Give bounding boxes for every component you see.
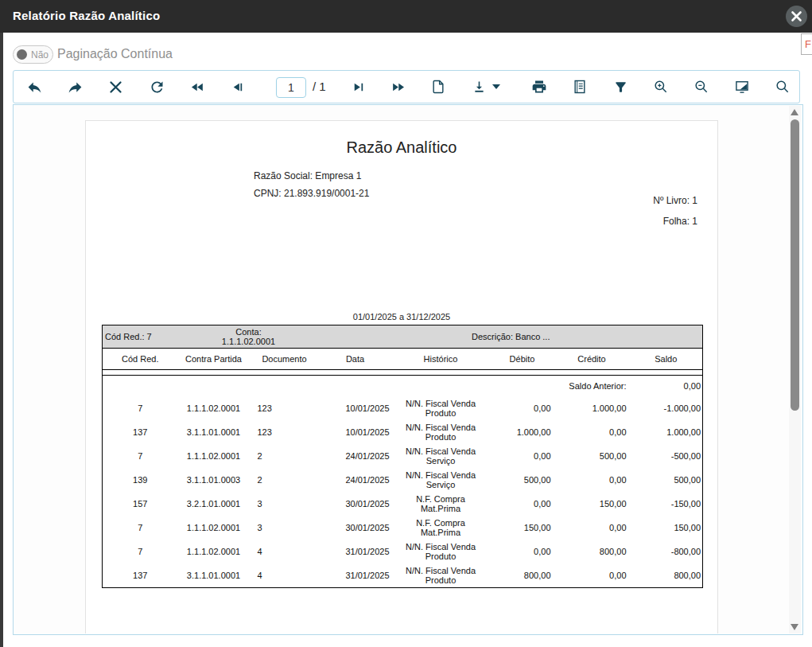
table-cell: 1.1.1.02.0001 (178, 540, 250, 563)
continuous-pagination-toggle[interactable]: Não (13, 45, 53, 64)
table-cell: 1.000,00 (554, 396, 630, 420)
column-header: Cód Red. (103, 349, 178, 370)
table-row: 1373.1.1.01.0001431/01/2025N/N. Fiscal V… (103, 563, 703, 588)
group-descricao: Descrição: Banco ... (320, 325, 703, 349)
table-cell: 3.2.1.01.0001 (178, 492, 250, 516)
zoom-in-button[interactable] (650, 76, 672, 98)
column-header: Data (320, 349, 391, 370)
undo-icon (26, 79, 43, 95)
page-total-label: / 1 (313, 80, 326, 93)
fit-screen-button[interactable] (731, 76, 753, 98)
table-row: 71.1.1.02.0001330/01/2025N.F. Compra Mat… (103, 516, 703, 540)
table-cell: 123 (250, 396, 320, 420)
table-cell: 137 (103, 420, 178, 444)
table-cell: N/N. Fiscal Venda Serviço (391, 468, 491, 492)
table-cell: N.F. Compra Mat.Prima (391, 492, 491, 516)
caret-down-icon (492, 84, 500, 89)
table-cell: 7 (103, 516, 178, 540)
viewer-toolbar: / 1 (13, 70, 800, 103)
table-cell: -800,00 (630, 540, 703, 563)
cancel-icon (109, 80, 122, 94)
refresh-button[interactable] (146, 76, 168, 98)
fast-forward-button[interactable] (387, 76, 409, 98)
zoom-out-icon (694, 79, 709, 95)
table-cell: 500,00 (630, 468, 703, 492)
page-number-input[interactable] (276, 77, 306, 98)
saldo-anterior-value: 0,00 (630, 376, 703, 396)
previous-page-button[interactable] (226, 76, 248, 98)
fit-screen-icon (734, 79, 750, 95)
table-cell: 3.1.1.01.0003 (178, 468, 250, 492)
pagination-label: Paginação Contínua (57, 47, 173, 61)
table-cell: 30/01/2025 (320, 492, 391, 516)
table-cell: N/N. Fiscal Venda Produto (391, 396, 491, 420)
download-menu-button[interactable] (489, 76, 503, 98)
table-cell: 4 (250, 563, 320, 588)
table-row: 71.1.1.02.0001224/01/2025N/N. Fiscal Ven… (103, 444, 703, 468)
table-cell: 800,00 (554, 540, 630, 563)
saldo-anterior-label: Saldo Anterior: (103, 376, 630, 396)
toggle-knob-icon (17, 49, 27, 60)
table-cell: 1.1.1.02.0001 (178, 444, 250, 468)
filter-button[interactable] (609, 76, 631, 98)
column-header: Crédito (554, 349, 630, 370)
report-title: Razão Analítico (86, 138, 717, 157)
column-header: Histórico (391, 349, 491, 370)
column-header: Débito (491, 349, 554, 370)
redo-button[interactable] (64, 76, 86, 98)
table-row: 1573.2.1.01.0001330/01/2025N.F. Compra M… (103, 492, 703, 516)
table-cell: 31/01/2025 (320, 563, 391, 588)
table-cell: 0,00 (554, 516, 630, 540)
table-cell: 0,00 (554, 468, 630, 492)
table-cell: 150,00 (554, 492, 630, 516)
table-cell: 4 (250, 540, 320, 563)
scrollbar-thumb[interactable] (791, 119, 799, 411)
table-cell: 1.1.1.02.0001 (178, 396, 250, 420)
table-cell: 31/01/2025 (320, 540, 391, 563)
table-cell: 157 (103, 492, 178, 516)
document-outline-icon (572, 79, 588, 95)
zoom-out-button[interactable] (690, 76, 713, 98)
report-table-body: Cód Red.: 7 Conta: 1.1.1.02.0001 Descriç… (103, 325, 703, 588)
document-button[interactable] (569, 76, 591, 98)
scroll-up-icon[interactable] (791, 109, 798, 115)
table-cell: 0,00 (554, 420, 630, 444)
table-cell: 1.000,00 (491, 420, 554, 444)
table-cell: 800,00 (630, 563, 703, 588)
close-button[interactable] (786, 6, 807, 27)
table-cell: 0,00 (491, 444, 554, 468)
table-cell: 3 (250, 516, 320, 540)
table-cell: 800,00 (491, 563, 554, 588)
vertical-scrollbar[interactable] (789, 106, 801, 633)
undo-button[interactable] (23, 76, 45, 98)
group-conta: Conta: 1.1.1.02.0001 (178, 325, 320, 349)
dialog-title: Relatório Razão Analítico (13, 9, 160, 22)
search-button[interactable] (771, 76, 794, 98)
scroll-down-icon[interactable] (791, 624, 798, 630)
table-cell: N/N. Fiscal Venda Produto (391, 563, 491, 588)
group-cod-red: Cód Red.: 7 (103, 325, 178, 349)
print-button[interactable] (528, 76, 550, 98)
table-cell: 3.1.1.01.0001 (178, 420, 250, 444)
table-group-header: Cód Red.: 7 Conta: 1.1.1.02.0001 Descriç… (103, 325, 703, 349)
fast-backward-button[interactable] (186, 76, 208, 98)
next-page-button[interactable] (347, 76, 369, 98)
table-cell: 123 (250, 420, 320, 444)
report-book-number: Nº Livro: 1 (653, 195, 697, 206)
table-cell: N/N. Fiscal Venda Produto (391, 420, 491, 444)
download-button[interactable] (468, 76, 490, 98)
table-row: 71.1.1.02.0001431/01/2025N/N. Fiscal Ven… (103, 540, 703, 563)
report-sheet-number: Folha: 1 (663, 216, 697, 227)
cancel-button[interactable] (104, 76, 126, 98)
table-cell: 1.1.1.02.0001 (178, 516, 250, 540)
table-header-row: Cód Red. Contra Partida Documento Data H… (103, 349, 703, 370)
table-cell: 2 (250, 444, 320, 468)
table-cell: 7 (103, 540, 178, 563)
background-app-strip (0, 33, 3, 647)
table-cell: 0,00 (554, 563, 630, 588)
download-icon (472, 80, 487, 95)
table-cell: 150,00 (491, 516, 554, 540)
new-page-button[interactable] (427, 76, 449, 98)
saldo-anterior-row: Saldo Anterior: 0,00 (103, 376, 703, 396)
table-row: 1373.1.1.01.000112310/01/2025N/N. Fiscal… (103, 420, 703, 444)
